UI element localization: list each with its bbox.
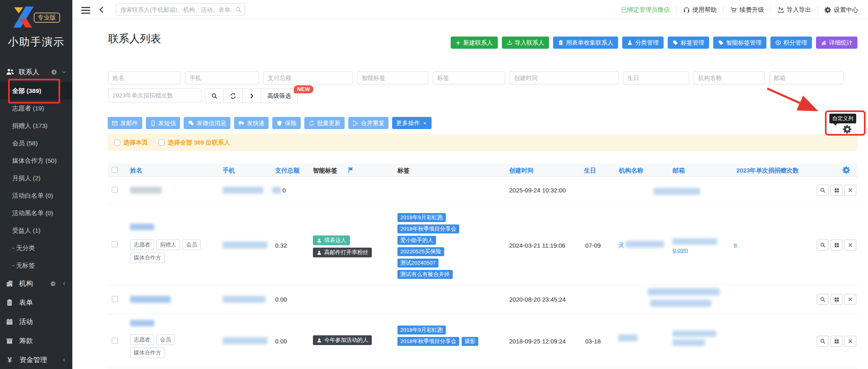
insurance-button[interactable]: 保险 xyxy=(272,117,301,129)
chevron-left-icon[interactable] xyxy=(62,281,67,286)
smart-tag-chip[interactable]: 高邮件打开率粉丝 xyxy=(313,248,372,257)
gear-icon[interactable] xyxy=(843,125,852,134)
filter-search-button[interactable] xyxy=(205,89,224,103)
delete-contact-button[interactable] xyxy=(844,336,856,347)
smart-tag-management-button[interactable]: 智能标签管理 xyxy=(713,37,766,49)
tag-chip[interactable]: 测试20240507 xyxy=(397,259,438,268)
back-icon[interactable] xyxy=(98,6,106,14)
sidebar-item-monthly-donors[interactable]: 月捐人 (2) xyxy=(0,169,72,187)
tag-chip[interactable]: 爱小助手的人 xyxy=(397,236,436,245)
tag-chip[interactable]: 2018年秋季项目分享会 xyxy=(397,337,459,346)
send-express-button[interactable]: 发快递 xyxy=(234,117,269,129)
sidebar-item-untagged[interactable]: - 无标签 xyxy=(0,257,72,274)
batch-update-button[interactable]: 批量更新 xyxy=(304,117,345,129)
view-contact-button[interactable] xyxy=(817,294,829,305)
wechat-bind-status[interactable]: 已绑定管理员微信 xyxy=(621,6,670,14)
detailed-statistics-button[interactable]: 详细统计 xyxy=(816,37,857,49)
settings-center-link[interactable]: 设置中心 xyxy=(825,6,858,14)
view-contact-button[interactable] xyxy=(817,240,829,250)
category-chip[interactable]: 志愿者 xyxy=(130,334,154,345)
row-checkbox[interactable] xyxy=(112,338,118,344)
sidebar-item-event-whitelist[interactable]: 活动白名单 (0) xyxy=(0,187,72,204)
filter-mobile-input[interactable] xyxy=(185,71,259,84)
column-header-mobile[interactable]: 手机 xyxy=(223,167,235,175)
sidebar-item-uncategorized[interactable]: - 无分类 xyxy=(0,239,72,257)
header-checkbox[interactable] xyxy=(112,167,118,173)
sidebar-item-donors[interactable]: 捐赠人 (173) xyxy=(0,117,72,134)
view-contact-button[interactable] xyxy=(817,336,829,347)
row-checkbox[interactable] xyxy=(112,296,118,302)
select-page-option[interactable]: 选择本页 xyxy=(114,139,148,147)
tag-chip[interactable]: 2018年9月彩虹跑 xyxy=(397,213,446,222)
select-all-option[interactable]: 选择全部 389 位联系人 xyxy=(158,139,230,147)
hamburger-menu-icon[interactable] xyxy=(81,7,90,15)
filter-org-name-input[interactable] xyxy=(694,71,765,84)
smart-tag-chip[interactable]: 今年参加活动的人 xyxy=(313,335,372,345)
help-link[interactable]: 使用帮助 xyxy=(683,6,717,14)
tag-management-button[interactable]: 标签管理 xyxy=(668,37,709,49)
chevron-left-icon[interactable] xyxy=(62,358,67,363)
view-contact-button[interactable] xyxy=(817,185,829,196)
sidebar-section-contacts[interactable]: 联系人 xyxy=(0,64,72,80)
sidebar-item-members[interactable]: 会员 (58) xyxy=(0,134,72,152)
column-header-org-name[interactable]: 机构名称 xyxy=(619,167,643,175)
sidebar-item-events[interactable]: 活动 xyxy=(0,312,72,331)
filter-smart-tag-input[interactable] xyxy=(357,71,428,84)
related-info-button[interactable] xyxy=(831,336,842,347)
select-all-checkbox[interactable] xyxy=(158,140,165,146)
delete-contact-button[interactable] xyxy=(844,240,856,250)
merge-duplicates-button[interactable]: 合并重复 xyxy=(348,117,388,129)
category-management-button[interactable]: 分类管理 xyxy=(622,37,664,49)
chevron-down-icon[interactable] xyxy=(61,69,67,75)
tag-chip[interactable]: 2018年秋季项目分享会 xyxy=(397,224,459,233)
sidebar-item-volunteers[interactable]: 志愿者 (19) xyxy=(0,99,72,117)
row-checkbox[interactable] xyxy=(112,241,118,247)
sidebar-item-forms[interactable]: 表单 xyxy=(0,293,72,312)
category-chip[interactable]: 志愿者 xyxy=(130,240,154,250)
collect-by-form-button[interactable]: 用表单收集联系人 xyxy=(553,37,618,49)
donation-count-value[interactable]: 8 xyxy=(733,242,737,249)
filter-reset-button[interactable] xyxy=(224,89,243,103)
tag-chip[interactable]: 摄影 xyxy=(462,337,478,346)
column-header-created-time[interactable]: 创建时间 xyxy=(509,167,534,175)
org-name-value[interactable]: 灵 xyxy=(618,242,624,249)
category-chip[interactable]: 媒体合作方 xyxy=(130,252,165,263)
send-wechat-message-button[interactable]: 发微信消息 xyxy=(184,117,230,129)
renew-upgrade-link[interactable]: 续费升级 xyxy=(730,6,764,14)
column-header-name[interactable]: 姓名 xyxy=(130,167,142,175)
filter-collapse-button[interactable] xyxy=(243,89,261,103)
filter-payment-total-input[interactable] xyxy=(263,71,353,84)
import-contacts-button[interactable]: 导入联系人 xyxy=(502,37,549,49)
filter-email-input[interactable] xyxy=(769,71,844,84)
tag-chip[interactable]: 2018年9月彩虹跑 xyxy=(397,326,446,334)
gear-icon[interactable] xyxy=(50,281,56,287)
category-chip[interactable]: 会员 xyxy=(156,334,175,345)
delete-contact-button[interactable] xyxy=(844,294,856,305)
column-header-birthday[interactable]: 生日 xyxy=(584,167,596,175)
search-icon[interactable] xyxy=(235,6,242,13)
related-info-button[interactable] xyxy=(831,185,842,196)
filter-birthday-input[interactable] xyxy=(623,71,689,84)
category-chip[interactable]: 媒体合作方 xyxy=(130,347,165,358)
related-info-button[interactable] xyxy=(831,294,842,305)
smart-tag-chip[interactable]: 填表达人 xyxy=(313,235,350,245)
more-actions-button[interactable]: 更多操作 xyxy=(392,117,432,129)
email-domain-value[interactable]: g.com xyxy=(673,247,688,253)
sidebar-item-media-partners[interactable]: 媒体合作方 (50) xyxy=(0,152,72,169)
filter-created-time-input[interactable] xyxy=(510,71,618,84)
column-header-payment-total[interactable]: 支付总额 xyxy=(275,167,299,175)
advanced-filter-button[interactable]: 高级筛选 xyxy=(261,89,297,103)
sidebar-item-fundraising[interactable]: 筹款 xyxy=(0,331,72,350)
tag-chip[interactable]: 20220525买保险 xyxy=(397,247,444,256)
new-contact-button[interactable]: 新建联系人 xyxy=(451,37,498,49)
filter-tag-input[interactable] xyxy=(433,71,505,84)
select-page-checkbox[interactable] xyxy=(114,140,120,146)
sidebar-item-event-blacklist[interactable]: 活动黑名单 (0) xyxy=(0,204,72,222)
delete-contact-button[interactable] xyxy=(844,185,856,196)
sidebar-item-beneficiaries[interactable]: 受益人 (1) xyxy=(0,222,72,239)
column-header-donation-count[interactable]: 2023年单次捐捐赠次数 xyxy=(736,167,799,175)
filter-donation-count-input[interactable] xyxy=(108,88,202,102)
customize-columns-gear-icon[interactable] xyxy=(842,166,851,174)
sidebar-item-funds-management[interactable]: ¥ 资金管理 xyxy=(0,350,72,369)
row-checkbox[interactable] xyxy=(112,187,118,193)
